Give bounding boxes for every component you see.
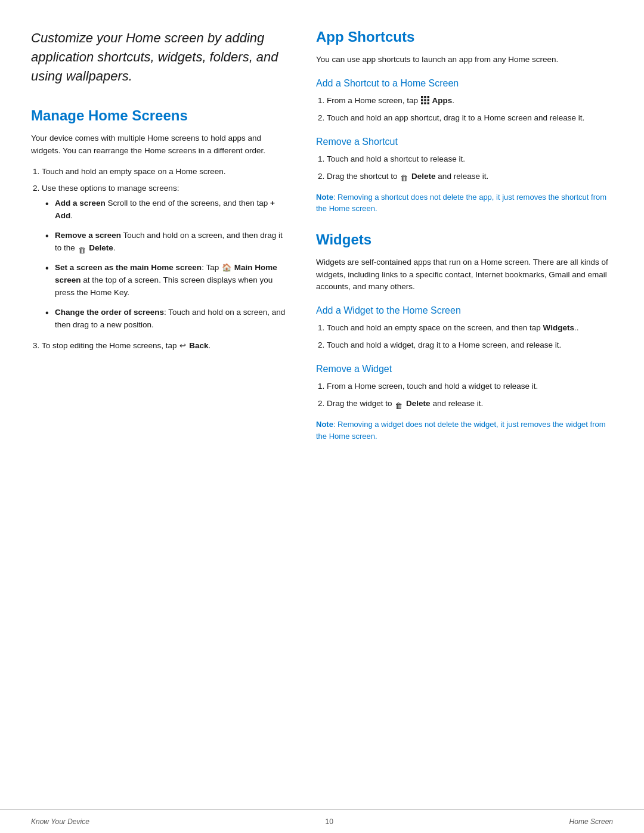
svg-rect-8 (427, 103, 429, 105)
widgets-heading: Widgets (316, 231, 613, 248)
apps-grid-icon (420, 95, 430, 105)
svg-rect-3 (421, 100, 423, 102)
add-widget-step-1: Touch and hold an empty space on the scr… (327, 322, 613, 335)
manage-section: Manage Home Screens Your device comes wi… (31, 107, 287, 352)
manage-step-1: Touch and hold an empty space on a Home … (42, 166, 287, 178)
remove-shortcut-step-2: Drag the shortcut to 🗑 Delete and releas… (327, 171, 613, 183)
add-widget-heading: Add a Widget to the Home Screen (316, 305, 613, 316)
bullet-home-label: Set a screen as the main Home screen (55, 263, 202, 272)
manage-step-2: Use these options to manage screens: Add… (42, 182, 287, 331)
manage-step-3: To stop editing the Home screens, tap ↩ … (42, 340, 287, 352)
add-shortcut-steps: From a Home screen, tap (316, 95, 613, 125)
footer: Know Your Device 10 Home Screen (0, 809, 644, 833)
svg-rect-5 (427, 100, 429, 102)
manage-bullet-remove: Remove a screen Touch and hold on a scre… (42, 230, 287, 255)
manage-bullet-home: Set a screen as the main Home screen: Ta… (42, 262, 287, 299)
app-shortcuts-section: App Shortcuts You can use app shortcuts … (316, 29, 613, 215)
svg-rect-0 (421, 96, 423, 98)
add-shortcut-step-2: Touch and hold an app shortcut, drag it … (327, 112, 613, 125)
remove-widget-step-2: Drag the widget to 🗑 Delete and release … (327, 398, 613, 410)
delete-icon-3: 🗑 (395, 400, 403, 408)
remove-widget-step-1: From a Home screen, touch and hold a wid… (327, 380, 613, 393)
footer-left: Know Your Device (31, 817, 89, 826)
manage-steps-list: Touch and hold an empty space on a Home … (31, 166, 287, 352)
bullet-remove-label: Remove a screen (55, 231, 121, 240)
add-shortcut-heading: Add a Shortcut to a Home Screen (316, 78, 613, 89)
add-widget-step-2: Touch and hold a widget, drag it to a Ho… (327, 339, 613, 352)
footer-right: Home Screen (569, 817, 613, 826)
widgets-description: Widgets are self-contained apps that run… (316, 256, 613, 294)
remove-shortcut-heading: Remove a Shortcut (316, 137, 613, 147)
add-widget-steps: Touch and hold an empty space on the scr… (316, 322, 613, 352)
manage-description: Your device comes with multiple Home scr… (31, 132, 287, 157)
manage-bullets: Add a screen Scroll to the end of the sc… (42, 197, 287, 331)
content-area: Customize your Home screen by adding app… (0, 0, 644, 809)
manage-bullet-add: Add a screen Scroll to the end of the sc… (42, 197, 287, 222)
remove-shortcut-steps: Touch and hold a shortcut to release it.… (316, 153, 613, 183)
remove-widget-steps: From a Home screen, touch and hold a wid… (316, 380, 613, 410)
widgets-section: Widgets Widgets are self-contained apps … (316, 231, 613, 442)
remove-shortcut-step-1: Touch and hold a shortcut to release it. (327, 153, 613, 166)
app-shortcuts-heading: App Shortcuts (316, 29, 613, 45)
add-shortcut-step-1: From a Home screen, tap (327, 95, 613, 107)
home-icon: 🏠 (222, 262, 231, 274)
back-label: Back (189, 341, 208, 350)
svg-rect-7 (424, 103, 426, 105)
intro-text: Customize your Home screen by adding app… (31, 29, 287, 86)
manage-bullet-order: Change the order of screens: Touch and h… (42, 306, 287, 332)
remove-widget-heading: Remove a Widget (316, 364, 613, 374)
remove-shortcut-note: Note: Removing a shortcut does not delet… (316, 191, 613, 215)
bullet-order-label: Change the order of screens (55, 308, 164, 317)
svg-rect-4 (424, 100, 426, 102)
svg-rect-2 (427, 96, 429, 98)
delete-icon-2: 🗑 (400, 172, 408, 181)
footer-center: 10 (326, 817, 333, 826)
left-column: Customize your Home screen by adding app… (31, 29, 287, 761)
page: Customize your Home screen by adding app… (0, 0, 644, 833)
svg-rect-6 (421, 103, 423, 105)
svg-rect-1 (424, 96, 426, 98)
delete-label: Delete (89, 243, 113, 252)
bullet-add-label: Add a screen (55, 199, 106, 208)
delete-icon: 🗑 (78, 244, 86, 253)
app-shortcuts-description: You can use app shortcuts to launch an a… (316, 54, 613, 66)
manage-heading: Manage Home Screens (31, 107, 287, 124)
back-icon: ↩ (179, 340, 186, 352)
remove-widget-note: Note: Removing a widget does not delete … (316, 419, 613, 442)
right-column: App Shortcuts You can use app shortcuts … (316, 29, 613, 761)
